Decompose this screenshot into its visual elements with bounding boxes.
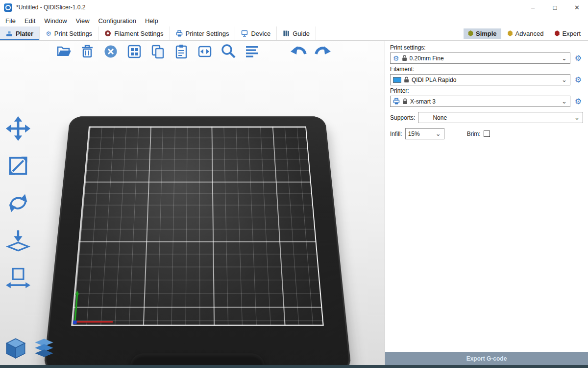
chevron-down-icon: ⌄ <box>436 131 441 136</box>
tab-label: Plater <box>16 30 33 37</box>
advanced-mode-dot-icon <box>508 30 513 36</box>
gear-icon: ⚙ <box>46 30 51 37</box>
tab-label: Filament Settings <box>114 30 163 37</box>
close-button[interactable]: ✕ <box>566 0 588 15</box>
window-title: *Untitled - QIDISlicer-1.0.2 <box>16 4 85 11</box>
expert-mode-dot-icon <box>554 30 560 36</box>
preview-view-button[interactable] <box>32 337 56 360</box>
place-on-face-icon <box>6 228 30 253</box>
printer-icon <box>176 30 183 37</box>
tab-device[interactable]: Device <box>235 26 277 40</box>
filament-label: Filament: <box>390 66 583 73</box>
menu-view[interactable]: View <box>72 16 94 26</box>
y-axis-indicator <box>74 294 78 322</box>
print-bed[interactable] <box>58 96 337 363</box>
tab-print-settings[interactable]: ⚙ Print Settings <box>40 26 98 40</box>
tab-label: Device <box>251 30 270 37</box>
measure-button[interactable] <box>4 263 32 292</box>
infill-value: 15% <box>408 131 433 137</box>
print-settings-label: Print settings: <box>390 44 583 51</box>
measure-icon <box>6 265 30 290</box>
mode-simple[interactable]: Simple <box>464 28 501 39</box>
view-mode-buttons <box>4 337 56 360</box>
settings-panel: Print settings: ⚙ 0.20mm Fine ⌄ ⚙ Filame… <box>385 41 588 365</box>
paste-button[interactable] <box>172 43 190 60</box>
split-button[interactable] <box>196 43 214 60</box>
window-controls: – □ ✕ <box>522 0 588 15</box>
bed-plate <box>43 116 352 365</box>
delete-button[interactable] <box>78 43 96 60</box>
redo-icon <box>314 44 331 59</box>
minimize-button[interactable]: – <box>522 0 544 15</box>
arrange-button[interactable] <box>125 43 143 60</box>
simple-mode-dot-icon <box>468 30 473 36</box>
menubar: File Edit Window View Configuration Help <box>0 15 588 26</box>
tab-plater[interactable]: Plater <box>0 26 40 40</box>
move-button[interactable] <box>4 114 32 143</box>
viewport-3d[interactable] <box>0 41 385 365</box>
chevron-down-icon: ⌄ <box>574 115 580 120</box>
scale-icon <box>6 154 30 178</box>
tab-label: Guide <box>293 30 310 37</box>
open-folder-icon <box>56 44 72 59</box>
search-icon <box>220 43 237 60</box>
split-icon <box>197 44 213 59</box>
supports-combo[interactable]: None ⌄ <box>418 112 583 123</box>
menu-edit[interactable]: Edit <box>20 16 40 26</box>
tab-guide[interactable]: Guide <box>277 26 316 40</box>
filament-combo[interactable]: QIDI PLA Rapido ⌄ <box>390 74 570 85</box>
editor-view-button[interactable] <box>4 337 27 360</box>
tab-label: Printer Settings <box>186 30 229 37</box>
export-gcode-button[interactable]: Export G-code <box>385 352 588 365</box>
place-on-face-button[interactable] <box>4 226 32 255</box>
redo-button[interactable] <box>314 43 331 60</box>
layers-lines-icon <box>244 44 260 59</box>
tabbar: Plater ⚙ Print Settings Filament Setting… <box>0 26 588 41</box>
filament-value: QIDI PLA Rapido <box>412 77 559 83</box>
layers-stack-icon <box>33 338 55 359</box>
undo-button[interactable] <box>290 43 308 60</box>
filament-detail-button[interactable]: ⚙ <box>573 75 583 85</box>
supports-label: Supports: <box>390 114 415 121</box>
printer-detail-button[interactable]: ⚙ <box>573 97 583 106</box>
origin-indicator <box>73 320 77 324</box>
scale-button[interactable] <box>4 152 32 180</box>
print-settings-combo[interactable]: ⚙ 0.20mm Fine ⌄ <box>390 53 570 64</box>
delete-all-icon <box>103 44 119 59</box>
menu-file[interactable]: File <box>1 16 20 26</box>
tab-filament-settings[interactable]: Filament Settings <box>98 26 170 40</box>
trash-icon <box>79 44 95 59</box>
rotate-button[interactable] <box>4 189 32 217</box>
maximize-button[interactable]: □ <box>544 0 566 15</box>
menu-window[interactable]: Window <box>40 16 71 26</box>
bed-handle <box>129 353 265 365</box>
menu-configuration[interactable]: Configuration <box>94 16 141 26</box>
variable-layer-height-button[interactable] <box>243 43 261 60</box>
tab-printer-settings[interactable]: Printer Settings <box>170 26 236 40</box>
search-button[interactable] <box>220 43 237 60</box>
brim-label: Brim: <box>467 131 481 137</box>
menu-help[interactable]: Help <box>141 16 163 26</box>
titlebar: *Untitled - QIDISlicer-1.0.2 – □ ✕ <box>0 0 588 15</box>
chevron-down-icon: ⌄ <box>562 78 567 82</box>
arrange-icon <box>126 44 142 59</box>
copy-button[interactable] <box>149 43 167 60</box>
print-settings-value: 0.20mm Fine <box>410 55 560 62</box>
open-file-button[interactable] <box>55 43 73 60</box>
settings-panel-content: Print settings: ⚙ 0.20mm Fine ⌄ ⚙ Filame… <box>385 41 588 352</box>
mode-switcher: Simple Advanced Expert <box>464 26 588 40</box>
print-settings-detail-button[interactable]: ⚙ <box>573 53 583 63</box>
brim-checkbox[interactable] <box>484 131 490 137</box>
guide-icon <box>283 30 290 37</box>
supports-value: None <box>421 114 572 121</box>
app-window: *Untitled - QIDISlicer-1.0.2 – □ ✕ File … <box>0 0 588 368</box>
copy-icon <box>150 44 166 59</box>
printer-icon <box>393 98 400 105</box>
delete-all-button[interactable] <box>102 43 120 60</box>
axes-indicator <box>73 289 122 324</box>
infill-combo[interactable]: 15% ⌄ <box>405 128 444 139</box>
mode-label: Simple <box>476 30 497 37</box>
mode-expert[interactable]: Expert <box>550 28 585 39</box>
printer-combo[interactable]: X-smart 3 ⌄ <box>390 96 570 107</box>
mode-advanced[interactable]: Advanced <box>503 28 548 39</box>
